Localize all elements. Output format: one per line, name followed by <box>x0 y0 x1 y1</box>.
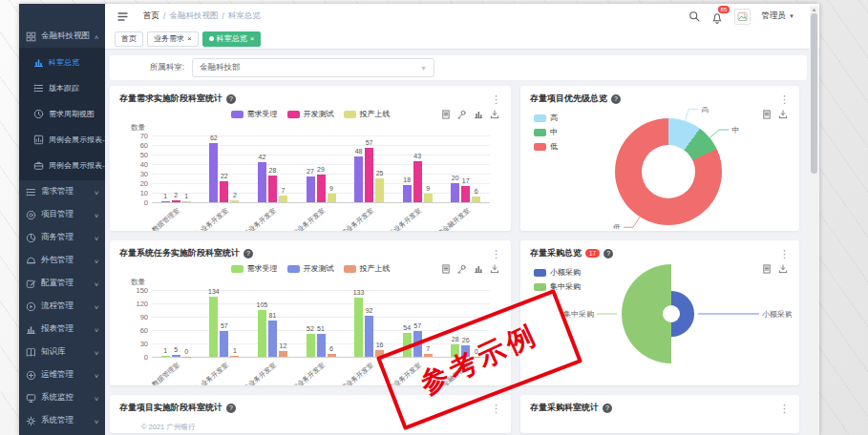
tab-首页[interactable]: 首页 <box>115 31 143 47</box>
legend-item[interactable]: 投产上线 <box>344 263 391 274</box>
sidebar-item-需求管理[interactable]: 需求管理∨ <box>19 180 105 203</box>
bar[interactable] <box>375 178 384 202</box>
sidebar-item-周例会展示报表-项目[interactable]: 周例会展示报表-项目 <box>19 127 105 153</box>
bar[interactable] <box>413 161 422 202</box>
bell-icon[interactable]: 85 <box>711 10 723 22</box>
sidebar-item-运维管理[interactable]: 运维管理∨ <box>19 363 105 386</box>
more-menu-icon[interactable]: ⋮ <box>779 249 790 259</box>
breadcrumb-item[interactable]: 首页 <box>143 10 159 22</box>
data-view-icon[interactable] <box>441 264 451 274</box>
help-icon[interactable]: ? <box>603 249 613 259</box>
bar[interactable] <box>172 355 180 357</box>
save-image-icon[interactable] <box>490 110 499 119</box>
help-icon[interactable]: ? <box>243 249 253 259</box>
bar[interactable] <box>230 200 239 202</box>
sidebar-item-label: 知识库 <box>41 346 66 358</box>
bar[interactable] <box>307 176 315 202</box>
chevron-down-icon: ∨ <box>94 395 99 402</box>
legend-item[interactable]: 需求受理 <box>231 263 278 274</box>
chevron-down-icon: ∨ <box>94 418 99 425</box>
tab-业务需求[interactable]: 业务需求× <box>147 31 199 47</box>
search-icon[interactable] <box>688 10 700 22</box>
bar[interactable] <box>172 200 180 202</box>
bar-value: 43 <box>407 153 428 159</box>
bar[interactable] <box>161 201 170 202</box>
bar[interactable] <box>424 194 433 202</box>
more-menu-icon[interactable]: ⋮ <box>779 404 790 413</box>
bar[interactable] <box>307 334 315 357</box>
sidebar-item-知识库[interactable]: 知识库∨ <box>19 341 105 363</box>
bar[interactable] <box>354 156 363 202</box>
breadcrumb-item[interactable]: 金融科技视图 <box>169 10 218 22</box>
scrollbar[interactable]: ▲ <box>810 6 818 435</box>
close-icon[interactable]: × <box>187 35 192 43</box>
bar[interactable] <box>279 351 287 357</box>
data-view-icon[interactable] <box>762 264 772 274</box>
bar[interactable] <box>161 356 170 357</box>
sidebar-item-报表管理[interactable]: 报表管理∨ <box>19 318 105 341</box>
bar[interactable] <box>472 197 480 202</box>
more-menu-icon[interactable]: ⋮ <box>779 94 790 104</box>
legend-item[interactable]: 开发测试 <box>287 109 334 119</box>
chart-toolbox <box>762 264 788 274</box>
help-icon[interactable]: ? <box>226 94 236 104</box>
more-menu-icon[interactable]: ⋮ <box>491 94 501 104</box>
help-icon[interactable]: ? <box>611 94 621 104</box>
legend-item[interactable]: 需求受理 <box>231 109 278 119</box>
legend-item[interactable]: 投产上线 <box>344 109 391 119</box>
sidebar-item-周例会展示报表-采购[interactable]: 周例会展示报表-采购 <box>19 153 105 178</box>
save-image-icon[interactable] <box>490 264 499 274</box>
x-axis-label: 核心业务开发室 <box>178 361 230 385</box>
more-menu-icon[interactable]: ⋮ <box>491 249 501 259</box>
user-menu[interactable]: 管理员 ▼ <box>762 10 794 22</box>
bar[interactable] <box>451 183 459 202</box>
bar[interactable] <box>365 316 373 357</box>
bar[interactable] <box>268 321 277 357</box>
more-menu-icon[interactable]: ⋮ <box>491 404 501 413</box>
bar[interactable] <box>279 196 287 202</box>
bar-value: 9 <box>417 185 438 192</box>
bar[interactable] <box>403 185 412 202</box>
bar[interactable] <box>182 357 191 358</box>
bar[interactable] <box>328 354 336 357</box>
bar-value: 16 <box>370 342 391 348</box>
breadcrumb: 首页/金融科技视图/科室总览 <box>143 10 261 22</box>
sidebar-item-需求周期视图[interactable]: 需求周期视图 <box>19 101 105 127</box>
hamburger-icon[interactable] <box>117 11 130 22</box>
y-tick: 40 <box>123 160 148 169</box>
sidebar-item-流程管理[interactable]: 流程管理∨ <box>19 295 105 318</box>
legend-item[interactable]: 开发测试 <box>287 263 334 274</box>
sidebar-item-label: 商务管理 <box>41 232 74 243</box>
data-zoom-icon[interactable] <box>457 264 467 274</box>
bar[interactable] <box>182 201 191 202</box>
close-icon[interactable]: × <box>250 35 255 43</box>
sidebar-item-版本跟踪[interactable]: 版本跟踪 <box>19 75 105 101</box>
sidebar-item-系统监控[interactable]: 系统监控∨ <box>19 386 105 409</box>
chevron-down-icon: ∨ <box>94 212 99 218</box>
magic-type-icon[interactable] <box>474 264 483 274</box>
save-image-icon[interactable] <box>778 264 788 274</box>
magic-type-icon[interactable] <box>474 110 483 119</box>
sidebar-item-配置管理[interactable]: 配置管理∨ <box>19 272 105 295</box>
sidebar-item-系统管理[interactable]: 系统管理∨ <box>19 409 105 432</box>
sidebar-item-外包管理[interactable]: 外包管理∨ <box>19 249 105 272</box>
data-view-icon[interactable] <box>762 110 772 119</box>
help-icon[interactable]: ? <box>603 404 612 413</box>
data-zoom-icon[interactable] <box>457 110 467 119</box>
bar[interactable] <box>328 194 336 202</box>
bar[interactable] <box>230 356 239 357</box>
tab-科室总览[interactable]: 科室总览× <box>202 31 262 47</box>
data-view-icon[interactable] <box>441 110 451 119</box>
sidebar-item-科室总览[interactable]: 科室总览 <box>19 50 105 75</box>
scrollbar-thumb[interactable] <box>811 13 817 174</box>
help-icon[interactable]: ? <box>226 404 236 413</box>
scroll-up-arrow[interactable]: ▲ <box>810 6 818 13</box>
sidebar-item-项目管理[interactable]: 项目管理∨ <box>19 203 105 226</box>
avatar[interactable] <box>734 9 751 25</box>
department-select[interactable]: 金融科技部 ▼ <box>192 58 434 77</box>
briefcase-icon <box>33 160 44 171</box>
pie-icon <box>26 233 36 243</box>
sidebar-item-金融科技视图[interactable]: 金融科技视图∧ <box>19 25 105 48</box>
save-image-icon[interactable] <box>778 110 788 119</box>
sidebar-item-商务管理[interactable]: 商务管理∨ <box>19 226 105 249</box>
